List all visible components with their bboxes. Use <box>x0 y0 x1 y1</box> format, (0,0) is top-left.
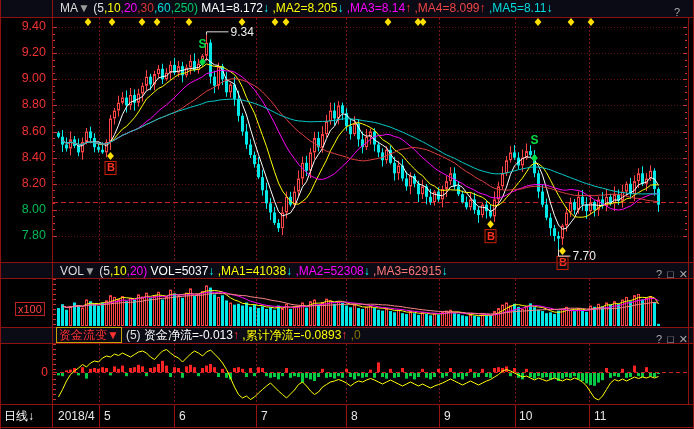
close-icon[interactable]: ✕ <box>679 268 688 280</box>
main-header-segment: (5 <box>93 1 104 15</box>
flow-header-icons: ?□✕ <box>651 329 688 347</box>
flow-header-segment: (5) <box>126 328 144 342</box>
main-indicator-header: MA▼ (5,10,20,30,60,250) MA1=8.172↓ ,MA2=… <box>60 1 552 16</box>
y-axis-label: 8.20 <box>0 177 46 190</box>
help-icon[interactable]: ? <box>656 268 662 280</box>
vol-header-segment: ,20) <box>127 264 148 278</box>
y-axis-label: 9.40 <box>0 20 46 33</box>
flow-indicator-dropdown[interactable]: 资金流变▼ <box>56 327 122 343</box>
vol-header-segment: (5 <box>99 264 110 278</box>
x-axis-label: 7 <box>261 409 268 423</box>
period-label[interactable]: 日线 <box>4 409 28 423</box>
vol-header-segment: ,MA1=41038 <box>214 264 286 278</box>
main-header-segment: ,20 <box>121 1 138 15</box>
vol-header-segment: VOL=5037 <box>147 264 208 278</box>
y-axis-label: 8.80 <box>0 98 46 111</box>
chart-canvas[interactable] <box>0 0 694 429</box>
volume-header-icons: ?□✕ <box>651 264 688 282</box>
indicator-dropdown-icon[interactable]: ▼ <box>84 264 99 278</box>
x-axis-label: 8 <box>351 409 358 423</box>
maximize-icon[interactable]: □ <box>667 268 674 280</box>
high-price-annotation: 9.34 <box>231 26 254 38</box>
volume-indicator-header: VOL▼ (5,10,20) VOL=5037↓ ,MA1=41038↓ ,MA… <box>60 264 448 279</box>
flow-header-segment: 资金净流=-0.013 <box>144 328 233 342</box>
volume-scale-label: x100 <box>15 302 45 316</box>
x-axis-label: 6 <box>179 409 186 423</box>
help-icon[interactable]: ? <box>674 6 680 18</box>
main-header-segment: ,MA2=8.205 <box>269 1 337 15</box>
y-axis-label: 7.80 <box>0 229 46 242</box>
y-axis-label: 9.20 <box>0 46 46 59</box>
indicator-dropdown-icon[interactable]: ▼ <box>78 1 93 15</box>
main-header-segment: ,10 <box>104 1 121 15</box>
flow-header-segment: ,累计净流=-0.0893 <box>239 328 341 342</box>
main-header-icons: ? <box>669 2 680 20</box>
y-axis-label: 8.00 <box>0 203 46 216</box>
main-header-segment: MA1=8.172 <box>198 1 263 15</box>
x-axis-label: 9 <box>444 409 451 423</box>
main-header-segment: ,60 <box>154 1 171 15</box>
vol-header-segment: ,10 <box>110 264 127 278</box>
x-axis-label: 2018/4 <box>58 409 95 423</box>
main-header-segment: ↓ <box>546 1 552 15</box>
maximize-icon[interactable]: □ <box>667 333 674 345</box>
period-selector[interactable]: 日线↓ <box>4 409 34 423</box>
flow-header-segment: ,0 <box>347 328 360 342</box>
main-header-segment: ,MA3=8.14 <box>343 1 405 15</box>
indicator-name[interactable]: VOL <box>60 264 84 278</box>
help-icon[interactable]: ? <box>656 333 662 345</box>
vol-header-segment: ↓ <box>442 264 448 278</box>
main-header-segment: ,250) <box>171 1 198 15</box>
vol-header-segment: ,MA2=52308 <box>292 264 364 278</box>
x-axis-label: 11 <box>594 409 606 423</box>
y-axis-label: 8.40 <box>0 151 46 164</box>
main-header-segment: ,30 <box>137 1 154 15</box>
main-header-segment: ,MA5=8.11 <box>486 1 547 15</box>
flow-indicator-header: 资金流变▼(5) 资金净流=-0.013↑ ,累计净流=-0.0893↑ ,0 <box>56 328 361 343</box>
x-axis-label: 5 <box>104 409 111 423</box>
low-price-annotation: 7.70 <box>573 250 596 262</box>
vol-header-segment: ,MA3=62915 <box>370 264 442 278</box>
stock-chart-window: MA▼ (5,10,20,30,60,250) MA1=8.172↓ ,MA2=… <box>0 0 694 429</box>
indicator-name[interactable]: MA <box>60 1 78 15</box>
y-axis-label: 8.60 <box>0 125 46 138</box>
main-header-segment: ,MA4=8.099 <box>411 1 479 15</box>
y-axis-label: 9.00 <box>0 72 46 85</box>
period-dropdown-icon[interactable]: ↓ <box>28 409 34 423</box>
x-axis-label: 10 <box>519 409 532 423</box>
close-icon[interactable]: ✕ <box>679 333 688 345</box>
flow-zero-label: 0 <box>30 365 48 379</box>
